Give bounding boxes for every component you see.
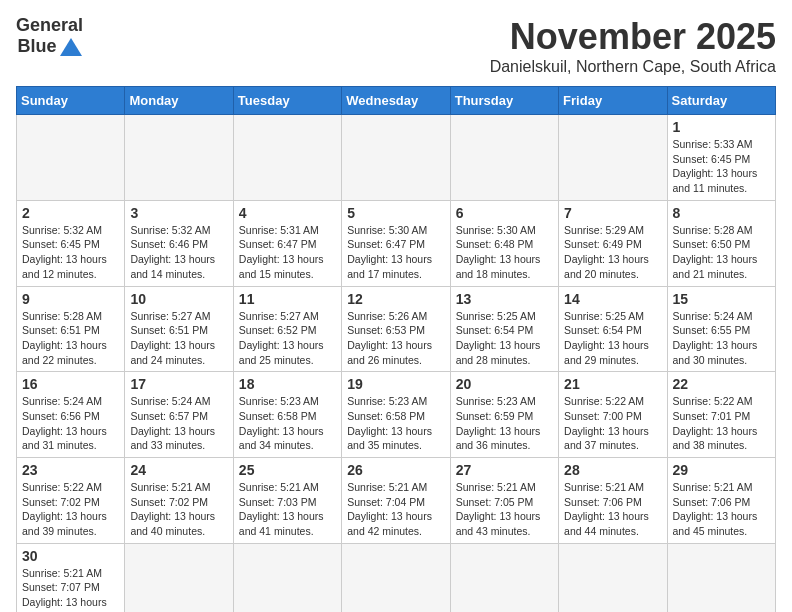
header-friday: Friday	[559, 87, 667, 115]
day-info: Sunrise: 5:24 AM Sunset: 6:56 PM Dayligh…	[22, 394, 119, 453]
day-info: Sunrise: 5:28 AM Sunset: 6:50 PM Dayligh…	[673, 223, 770, 282]
day-info: Sunrise: 5:21 AM Sunset: 7:04 PM Dayligh…	[347, 480, 444, 539]
day-info: Sunrise: 5:21 AM Sunset: 7:06 PM Dayligh…	[564, 480, 661, 539]
day-info: Sunrise: 5:32 AM Sunset: 6:46 PM Dayligh…	[130, 223, 227, 282]
day-number: 19	[347, 376, 444, 392]
page-header: General Blue November 2025 Danielskuil, …	[16, 16, 776, 76]
day-info: Sunrise: 5:21 AM Sunset: 7:02 PM Dayligh…	[130, 480, 227, 539]
calendar-title: November 2025	[490, 16, 776, 58]
day-number: 2	[22, 205, 119, 221]
day-number: 27	[456, 462, 553, 478]
calendar-week-row: 2Sunrise: 5:32 AM Sunset: 6:45 PM Daylig…	[17, 200, 776, 286]
table-row: 18Sunrise: 5:23 AM Sunset: 6:58 PM Dayli…	[233, 372, 341, 458]
day-info: Sunrise: 5:31 AM Sunset: 6:47 PM Dayligh…	[239, 223, 336, 282]
header-sunday: Sunday	[17, 87, 125, 115]
calendar-week-row: 30Sunrise: 5:21 AM Sunset: 7:07 PM Dayli…	[17, 543, 776, 612]
table-row	[17, 115, 125, 201]
day-number: 25	[239, 462, 336, 478]
day-number: 18	[239, 376, 336, 392]
day-number: 30	[22, 548, 119, 564]
logo-text: General	[16, 16, 83, 36]
day-number: 7	[564, 205, 661, 221]
day-number: 24	[130, 462, 227, 478]
day-number: 1	[673, 119, 770, 135]
table-row: 16Sunrise: 5:24 AM Sunset: 6:56 PM Dayli…	[17, 372, 125, 458]
table-row	[125, 543, 233, 612]
day-info: Sunrise: 5:30 AM Sunset: 6:48 PM Dayligh…	[456, 223, 553, 282]
day-info: Sunrise: 5:28 AM Sunset: 6:51 PM Dayligh…	[22, 309, 119, 368]
day-info: Sunrise: 5:29 AM Sunset: 6:49 PM Dayligh…	[564, 223, 661, 282]
day-number: 14	[564, 291, 661, 307]
table-row: 12Sunrise: 5:26 AM Sunset: 6:53 PM Dayli…	[342, 286, 450, 372]
day-number: 6	[456, 205, 553, 221]
day-info: Sunrise: 5:33 AM Sunset: 6:45 PM Dayligh…	[673, 137, 770, 196]
day-info: Sunrise: 5:21 AM Sunset: 7:05 PM Dayligh…	[456, 480, 553, 539]
table-row: 3Sunrise: 5:32 AM Sunset: 6:46 PM Daylig…	[125, 200, 233, 286]
header-monday: Monday	[125, 87, 233, 115]
table-row	[233, 115, 341, 201]
calendar-subtitle: Danielskuil, Northern Cape, South Africa	[490, 58, 776, 76]
svg-marker-0	[60, 38, 82, 56]
day-info: Sunrise: 5:21 AM Sunset: 7:07 PM Dayligh…	[22, 566, 119, 612]
header-saturday: Saturday	[667, 87, 775, 115]
day-number: 16	[22, 376, 119, 392]
day-info: Sunrise: 5:32 AM Sunset: 6:45 PM Dayligh…	[22, 223, 119, 282]
table-row: 1Sunrise: 5:33 AM Sunset: 6:45 PM Daylig…	[667, 115, 775, 201]
table-row: 22Sunrise: 5:22 AM Sunset: 7:01 PM Dayli…	[667, 372, 775, 458]
day-info: Sunrise: 5:23 AM Sunset: 6:59 PM Dayligh…	[456, 394, 553, 453]
table-row	[450, 543, 558, 612]
table-row: 11Sunrise: 5:27 AM Sunset: 6:52 PM Dayli…	[233, 286, 341, 372]
calendar-header-row: Sunday Monday Tuesday Wednesday Thursday…	[17, 87, 776, 115]
table-row: 8Sunrise: 5:28 AM Sunset: 6:50 PM Daylig…	[667, 200, 775, 286]
table-row	[233, 543, 341, 612]
day-info: Sunrise: 5:27 AM Sunset: 6:51 PM Dayligh…	[130, 309, 227, 368]
table-row: 17Sunrise: 5:24 AM Sunset: 6:57 PM Dayli…	[125, 372, 233, 458]
table-row: 20Sunrise: 5:23 AM Sunset: 6:59 PM Dayli…	[450, 372, 558, 458]
table-row: 2Sunrise: 5:32 AM Sunset: 6:45 PM Daylig…	[17, 200, 125, 286]
table-row	[667, 543, 775, 612]
table-row: 24Sunrise: 5:21 AM Sunset: 7:02 PM Dayli…	[125, 458, 233, 544]
calendar-week-row: 23Sunrise: 5:22 AM Sunset: 7:02 PM Dayli…	[17, 458, 776, 544]
day-number: 17	[130, 376, 227, 392]
day-number: 21	[564, 376, 661, 392]
logo-triangle-icon	[60, 36, 82, 58]
logo: General Blue	[16, 16, 83, 58]
day-info: Sunrise: 5:22 AM Sunset: 7:02 PM Dayligh…	[22, 480, 119, 539]
header-wednesday: Wednesday	[342, 87, 450, 115]
day-number: 13	[456, 291, 553, 307]
calendar-week-row: 9Sunrise: 5:28 AM Sunset: 6:51 PM Daylig…	[17, 286, 776, 372]
table-row	[125, 115, 233, 201]
day-info: Sunrise: 5:22 AM Sunset: 7:01 PM Dayligh…	[673, 394, 770, 453]
table-row: 5Sunrise: 5:30 AM Sunset: 6:47 PM Daylig…	[342, 200, 450, 286]
day-info: Sunrise: 5:26 AM Sunset: 6:53 PM Dayligh…	[347, 309, 444, 368]
calendar-week-row: 1Sunrise: 5:33 AM Sunset: 6:45 PM Daylig…	[17, 115, 776, 201]
day-info: Sunrise: 5:23 AM Sunset: 6:58 PM Dayligh…	[347, 394, 444, 453]
table-row: 23Sunrise: 5:22 AM Sunset: 7:02 PM Dayli…	[17, 458, 125, 544]
day-number: 8	[673, 205, 770, 221]
day-number: 15	[673, 291, 770, 307]
day-number: 9	[22, 291, 119, 307]
table-row: 10Sunrise: 5:27 AM Sunset: 6:51 PM Dayli…	[125, 286, 233, 372]
table-row	[342, 115, 450, 201]
day-info: Sunrise: 5:27 AM Sunset: 6:52 PM Dayligh…	[239, 309, 336, 368]
day-info: Sunrise: 5:24 AM Sunset: 6:55 PM Dayligh…	[673, 309, 770, 368]
day-info: Sunrise: 5:25 AM Sunset: 6:54 PM Dayligh…	[564, 309, 661, 368]
table-row: 28Sunrise: 5:21 AM Sunset: 7:06 PM Dayli…	[559, 458, 667, 544]
day-number: 12	[347, 291, 444, 307]
day-number: 10	[130, 291, 227, 307]
calendar-week-row: 16Sunrise: 5:24 AM Sunset: 6:56 PM Dayli…	[17, 372, 776, 458]
day-info: Sunrise: 5:21 AM Sunset: 7:06 PM Dayligh…	[673, 480, 770, 539]
header-tuesday: Tuesday	[233, 87, 341, 115]
header-thursday: Thursday	[450, 87, 558, 115]
day-number: 20	[456, 376, 553, 392]
day-number: 29	[673, 462, 770, 478]
table-row: 19Sunrise: 5:23 AM Sunset: 6:58 PM Dayli…	[342, 372, 450, 458]
day-info: Sunrise: 5:23 AM Sunset: 6:58 PM Dayligh…	[239, 394, 336, 453]
table-row: 4Sunrise: 5:31 AM Sunset: 6:47 PM Daylig…	[233, 200, 341, 286]
table-row	[559, 115, 667, 201]
day-number: 22	[673, 376, 770, 392]
title-section: November 2025 Danielskuil, Northern Cape…	[490, 16, 776, 76]
table-row: 25Sunrise: 5:21 AM Sunset: 7:03 PM Dayli…	[233, 458, 341, 544]
table-row: 26Sunrise: 5:21 AM Sunset: 7:04 PM Dayli…	[342, 458, 450, 544]
table-row: 6Sunrise: 5:30 AM Sunset: 6:48 PM Daylig…	[450, 200, 558, 286]
